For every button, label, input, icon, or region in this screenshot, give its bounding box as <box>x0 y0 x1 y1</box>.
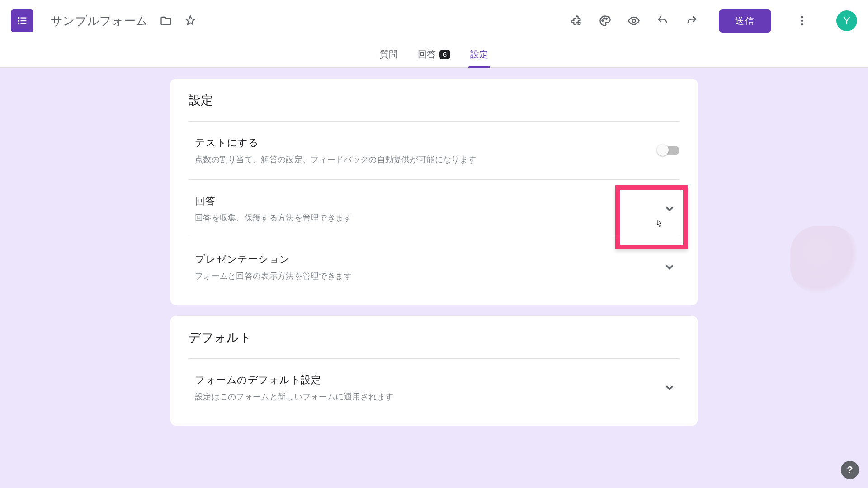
more-vertical-icon <box>796 14 808 27</box>
forms-list-icon <box>16 14 28 27</box>
undo-button[interactable] <box>656 14 670 28</box>
tab-questions[interactable]: 質問 <box>380 42 398 67</box>
svg-point-7 <box>604 18 605 19</box>
form-defaults-expand-button[interactable] <box>660 378 679 398</box>
setting-form-defaults-label: フォームのデフォルト設定 <box>195 373 660 387</box>
preview-button[interactable] <box>627 14 641 28</box>
svg-point-10 <box>801 16 803 19</box>
setting-presentation-label: プレゼンテーション <box>195 253 660 266</box>
setting-form-defaults-desc: 設定はこのフォームと新しいフォームに適用されます <box>195 391 660 402</box>
setting-form-defaults: フォームのデフォルト設定 設定はこのフォームと新しいフォームに適用されます <box>189 359 679 417</box>
svg-rect-0 <box>18 17 20 19</box>
star-button[interactable] <box>183 14 198 28</box>
palette-icon <box>599 14 611 27</box>
svg-rect-3 <box>21 20 27 21</box>
redo-button[interactable] <box>684 14 699 28</box>
setting-presentation: プレゼンテーション フォームと回答の表示方法を管理できます <box>189 238 679 296</box>
setting-responses-label: 回答 <box>195 194 660 208</box>
puzzle-icon <box>570 14 582 27</box>
send-button[interactable]: 送信 <box>719 9 771 33</box>
setting-responses-desc: 回答を収集、保護する方法を管理できます <box>195 212 660 223</box>
make-test-toggle[interactable] <box>658 146 679 155</box>
svg-point-9 <box>632 19 636 23</box>
tab-responses[interactable]: 回答 6 <box>418 42 450 67</box>
forms-app-logo[interactable] <box>11 9 33 32</box>
eye-icon <box>627 14 640 27</box>
setting-presentation-desc: フォームと回答の表示方法を管理できます <box>195 271 660 282</box>
settings-canvas: 設定 テストにする 点数の割り当て、解答の設定、フィードバックの自動提供が可能に… <box>0 68 868 488</box>
folder-icon <box>160 14 172 27</box>
chevron-down-icon <box>663 381 676 394</box>
chevron-down-icon <box>663 261 676 273</box>
tab-settings[interactable]: 設定 <box>470 42 488 67</box>
svg-rect-5 <box>21 23 27 24</box>
svg-point-12 <box>801 23 803 26</box>
svg-point-8 <box>606 18 607 19</box>
undo-icon <box>656 14 669 27</box>
form-title[interactable]: サンプルフォーム <box>51 13 148 29</box>
account-avatar[interactable]: Y <box>836 10 857 31</box>
defaults-card: デフォルト フォームのデフォルト設定 設定はこのフォームと新しいフォームに適用さ… <box>170 316 698 426</box>
more-menu-button[interactable] <box>795 14 809 28</box>
setting-responses: 回答 回答を収集、保護する方法を管理できます <box>189 180 679 238</box>
responses-count-badge: 6 <box>439 50 450 59</box>
settings-card-title: 設定 <box>189 92 679 122</box>
presentation-expand-button[interactable] <box>660 257 679 277</box>
settings-card: 設定 テストにする 点数の割り当て、解答の設定、フィードバックの自動提供が可能に… <box>170 79 698 305</box>
help-button[interactable]: ? <box>841 461 859 479</box>
theme-button[interactable] <box>598 14 612 28</box>
setting-make-test-label: テストにする <box>195 136 658 150</box>
chevron-down-icon <box>663 202 676 215</box>
move-to-folder-button[interactable] <box>159 14 173 28</box>
svg-rect-2 <box>18 20 20 22</box>
decorative-sticker <box>790 226 858 294</box>
app-header: サンプルフォーム 送信 Y <box>0 0 868 42</box>
svg-rect-4 <box>18 23 20 25</box>
setting-make-test: テストにする 点数の割り当て、解答の設定、フィードバックの自動提供が可能になりま… <box>189 122 679 180</box>
tab-responses-label: 回答 <box>418 48 436 61</box>
form-tabs: 質問 回答 6 設定 <box>0 42 868 68</box>
svg-point-6 <box>602 20 603 21</box>
svg-point-11 <box>801 20 803 22</box>
responses-expand-button[interactable] <box>660 199 679 219</box>
setting-make-test-desc: 点数の割り当て、解答の設定、フィードバックの自動提供が可能になります <box>195 154 658 165</box>
redo-icon <box>685 14 698 27</box>
addons-button[interactable] <box>569 14 583 28</box>
defaults-card-title: デフォルト <box>189 329 679 359</box>
star-icon <box>184 14 197 27</box>
svg-rect-1 <box>21 17 27 18</box>
